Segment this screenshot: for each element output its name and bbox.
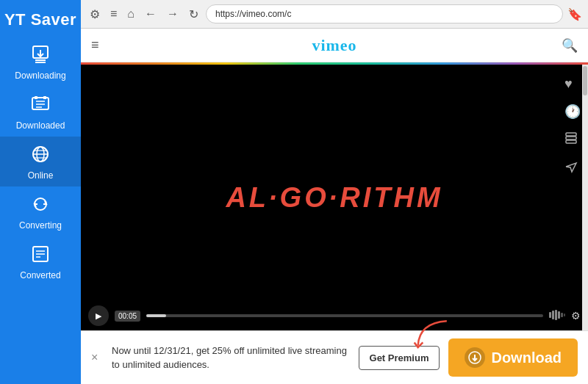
svg-rect-8: [35, 96, 37, 99]
time-display: 00:05: [115, 311, 140, 322]
vimeo-stack-icon[interactable]: [564, 131, 581, 148]
svg-rect-21: [566, 140, 576, 143]
app-title: YT Saver: [4, 0, 76, 37]
svg-rect-26: [561, 313, 563, 317]
downloaded-icon: [30, 94, 51, 117]
sidebar-item-online-label: Online: [28, 170, 54, 181]
progress-bar[interactable]: [146, 314, 543, 317]
converting-icon: [30, 194, 51, 217]
vimeo-search-icon[interactable]: 🔍: [562, 37, 578, 54]
video-settings-icon[interactable]: ⚙: [571, 310, 581, 322]
sidebar-item-converted-label: Converted: [20, 270, 60, 280]
menu-lines-button[interactable]: ≡: [107, 6, 120, 22]
browser-chrome: ⚙ ≡ ⌂ ← → ↻ 🔖: [81, 0, 588, 29]
refresh-button[interactable]: ↻: [186, 6, 201, 23]
download-button-wrapper: Download: [448, 338, 578, 377]
download-btn-icon: [465, 347, 485, 368]
bookmark-icon[interactable]: 🔖: [567, 7, 582, 21]
home-button[interactable]: ⌂: [124, 6, 137, 22]
back-button[interactable]: ←: [142, 6, 159, 22]
play-button[interactable]: ▶: [88, 305, 109, 326]
banner-text: Now until 12/31/21, get 25% off unlimite…: [112, 344, 350, 372]
sidebar: YT Saver Downloading Downloaded: [0, 0, 81, 384]
vimeo-topbar: ≡ vimeo 🔍: [81, 29, 588, 62]
scrollbar[interactable]: [582, 65, 588, 330]
download-button[interactable]: Download: [448, 338, 578, 377]
converted-icon: [30, 244, 51, 267]
sidebar-item-downloaded-label: Downloaded: [16, 120, 65, 131]
video-title: AL·GO·RITHM: [226, 182, 442, 214]
vimeo-menu-icon[interactable]: ≡: [91, 37, 99, 53]
download-label: Download: [491, 349, 562, 366]
sidebar-item-converting[interactable]: Converting: [0, 186, 81, 236]
online-icon: [30, 144, 51, 167]
volume-icon[interactable]: [549, 310, 565, 322]
svg-rect-20: [566, 137, 576, 140]
progress-bar-fill: [146, 314, 166, 317]
address-bar[interactable]: [206, 4, 563, 23]
video-area[interactable]: AL·GO·RITHM ♥ 🕐: [81, 65, 588, 330]
svg-rect-19: [566, 133, 576, 136]
vimeo-logo: vimeo: [312, 36, 356, 55]
vimeo-page: ≡ vimeo 🔍 AL·GO·RITHM ♥ 🕐: [81, 29, 588, 384]
svg-rect-9: [43, 96, 46, 99]
settings-button[interactable]: ⚙: [87, 6, 103, 23]
svg-rect-25: [558, 311, 560, 319]
svg-rect-22: [549, 312, 551, 318]
vimeo-heart-icon[interactable]: ♥: [564, 76, 581, 92]
banner-close-button[interactable]: ×: [91, 351, 103, 364]
vimeo-right-icons: ♥ 🕐: [564, 76, 581, 177]
svg-rect-24: [555, 310, 557, 320]
sidebar-item-downloading[interactable]: Downloading: [0, 37, 81, 87]
main-content: ⚙ ≡ ⌂ ← → ↻ 🔖 ≡ vimeo 🔍 AL·GO·RITHM ♥ 🕐: [81, 0, 588, 384]
sidebar-item-downloaded[interactable]: Downloaded: [0, 87, 81, 137]
video-controls: ▶ 00:05 ⚙: [81, 301, 588, 330]
sidebar-item-downloading-label: Downloading: [15, 70, 65, 81]
svg-rect-27: [564, 314, 565, 316]
scrollbar-thumb: [583, 66, 587, 95]
vimeo-clock-icon[interactable]: 🕐: [564, 104, 581, 120]
sidebar-item-converted[interactable]: Converted: [0, 236, 81, 286]
downloading-icon: [30, 44, 51, 68]
forward-button[interactable]: →: [164, 6, 182, 22]
sidebar-item-converting-label: Converting: [19, 220, 62, 231]
svg-rect-23: [552, 311, 554, 319]
vimeo-send-icon[interactable]: [564, 160, 581, 177]
get-premium-button[interactable]: Get Premium: [359, 346, 440, 370]
sidebar-item-online[interactable]: Online: [0, 137, 81, 186]
banner: × Now until 12/31/21, get 25% off unlimi…: [81, 330, 588, 384]
